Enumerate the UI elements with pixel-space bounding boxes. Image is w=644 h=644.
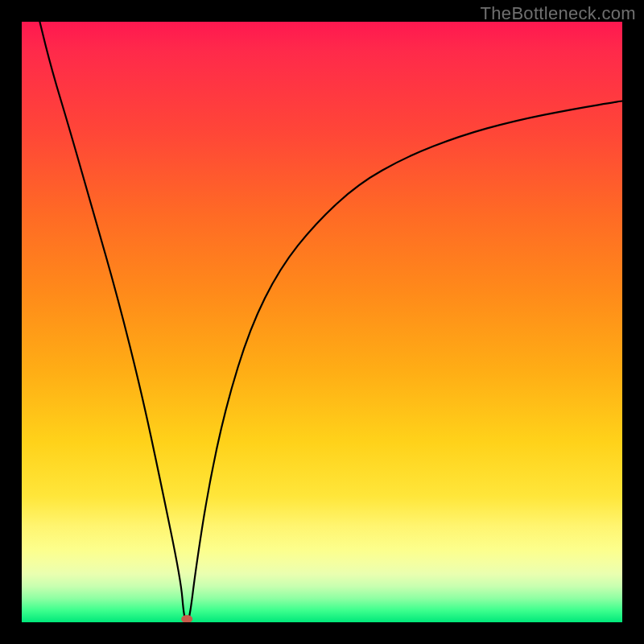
watermark-text: TheBottleneck.com bbox=[481, 3, 636, 24]
optimal-point-marker bbox=[181, 615, 192, 622]
bottleneck-curve bbox=[39, 22, 622, 621]
chart-plot-area bbox=[22, 22, 622, 622]
chart-svg bbox=[22, 22, 622, 622]
outer-frame: TheBottleneck.com bbox=[0, 0, 644, 644]
